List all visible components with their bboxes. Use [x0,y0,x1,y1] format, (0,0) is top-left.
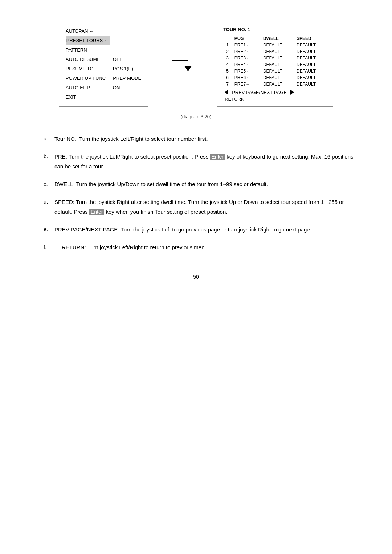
row-num: 2 [223,48,232,55]
row-dwell: DEFAULT [260,55,294,61]
tour-header-pos: POS [232,35,260,42]
list-item-e: e. PREV PAGE/NEXT PAGE: Turn the joystic… [44,225,363,234]
prev-next-row: PREV PAGE/NEXT PAGE [223,90,327,95]
auto-resume-value: OFF [113,55,122,64]
list-letter-e: e. [44,225,54,234]
auto-flip-value: ON [113,83,120,93]
table-row: 2 PRE2← DEFAULT DEFAULT [223,48,327,55]
list-text-f: RETURN: Turn joystick Left/Right to retu… [62,242,209,252]
list-text-c: DWELL: Turn the joystick Up/Down to set … [54,179,268,189]
row-speed: DEFAULT [294,42,327,48]
row-speed: DEFAULT [294,81,327,87]
return-row: RETURN [223,97,327,102]
power-up-func-value: PREV MODE [113,74,141,83]
row-num: 7 [223,81,232,87]
list-item-b: b. PRE: Turn the joystick Left/Right to … [44,152,363,171]
menu-item-power-up-func: POWER UP FUNC PREV MODE [66,74,141,83]
row-pos: PRE7← [232,81,260,87]
tour-title: TOUR NO. 1 [223,27,327,32]
prev-next-label: PREV PAGE/NEXT PAGE [232,90,287,95]
row-pos: PRE6← [232,74,260,81]
row-num: 5 [223,68,232,74]
row-dwell: DEFAULT [260,81,294,87]
tour-header-num [223,35,232,42]
list-letter-a: a. [44,134,54,144]
resume-to-value: POS.1(H) [113,64,133,74]
auto-resume-label: AUTO RESUME [66,55,106,64]
auto-flip-label: AUTO FLIP [66,83,106,93]
menu-item-exit: EXIT [66,93,141,102]
row-speed: DEFAULT [294,55,327,61]
row-num: 3 [223,55,232,61]
list-letter-b: b. [44,152,54,171]
row-speed: DEFAULT [294,61,327,68]
power-up-func-label: POWER UP FUNC [66,74,106,83]
table-row: 6 PRE6← DEFAULT DEFAULT [223,74,327,81]
list-text-a: Tour NO.: Turn the joystick Left/Right t… [54,134,208,144]
row-pos: PRE3← [232,55,260,61]
resume-to-label: RESUME TO [66,64,106,74]
row-num: 1 [223,42,232,48]
row-num: 4 [223,61,232,68]
tour-box: TOUR NO. 1 POS DWELL SPEED 1 PRE1← DEFAU… [217,22,333,107]
list-letter-d: d. [44,197,54,217]
row-dwell: DEFAULT [260,48,294,55]
enter-key-highlight-2: Enter [89,209,104,215]
diagram-area: AUTOPAN ← PRESET TOURS ← PATTERN ← AUTO … [29,22,363,107]
table-row: 3 PRE3← DEFAULT DEFAULT [223,55,327,61]
list-text-e: PREV PAGE/NEXT PAGE: Turn the joystick L… [54,225,311,234]
arrow-area [170,55,195,73]
menu-box: AUTOPAN ← PRESET TOURS ← PATTERN ← AUTO … [59,22,148,107]
menu-item-resume-to: RESUME TO POS.1(H) [66,64,141,74]
menu-item-pattern: PATTERN ← [66,45,141,55]
pattern-label: PATTERN ← [66,45,106,55]
row-pos: PRE1← [232,42,260,48]
list-item-c: c. DWELL: Turn the joystick Up/Down to s… [44,179,363,189]
diagram-label: (diagram 3.20) [29,114,363,119]
return-label: RETURN [225,97,244,102]
list-letter-c: c. [44,179,54,189]
prev-page-icon [225,90,228,95]
row-dwell: DEFAULT [260,42,294,48]
row-pos: PRE2← [232,48,260,55]
row-pos: PRE5← [232,68,260,74]
svg-marker-2 [184,66,192,71]
list-item-d: d. SPEED: Turn the joystick Right after … [44,197,363,217]
list-item-f: f. RETURN: Turn joystick Left/Right to r… [44,242,363,252]
tour-header-speed: SPEED [294,35,327,42]
page-number: 50 [29,274,363,280]
exit-label: EXIT [66,93,106,102]
row-num: 6 [223,74,232,81]
table-row: 7 PRE7← DEFAULT DEFAULT [223,81,327,87]
arrow-icon [170,55,195,73]
autopan-label: AUTOPAN ← [66,26,106,36]
menu-item-auto-resume: AUTO RESUME OFF [66,55,141,64]
row-speed: DEFAULT [294,68,327,74]
row-dwell: DEFAULT [260,61,294,68]
menu-item-autopan: AUTOPAN ← [66,26,141,36]
preset-tours-label: PRESET TOURS ← [66,36,110,45]
row-speed: DEFAULT [294,74,327,81]
list-text-b: PRE: Turn the joystick Left/Right to sel… [54,152,363,171]
list-item-a: a. Tour NO.: Turn the joystick Left/Righ… [44,134,363,144]
menu-item-auto-flip: AUTO FLIP ON [66,83,141,93]
enter-key-highlight-1: Enter [210,154,225,160]
list-letter-f: f. [44,242,62,252]
table-row: 1 PRE1← DEFAULT DEFAULT [223,42,327,48]
table-row: 4 PRE4← DEFAULT DEFAULT [223,61,327,68]
tour-header-dwell: DWELL [260,35,294,42]
row-dwell: DEFAULT [260,68,294,74]
content-list: a. Tour NO.: Turn the joystick Left/Righ… [44,134,363,252]
menu-item-preset-tours: PRESET TOURS ← [66,36,141,45]
list-text-d: SPEED: Turn the joystick Right after set… [54,197,363,217]
row-speed: DEFAULT [294,48,327,55]
tour-table: POS DWELL SPEED 1 PRE1← DEFAULT DEFAULT … [223,35,327,87]
row-dwell: DEFAULT [260,74,294,81]
row-pos: PRE4← [232,61,260,68]
table-row: 5 PRE5← DEFAULT DEFAULT [223,68,327,74]
next-page-icon [290,90,294,95]
